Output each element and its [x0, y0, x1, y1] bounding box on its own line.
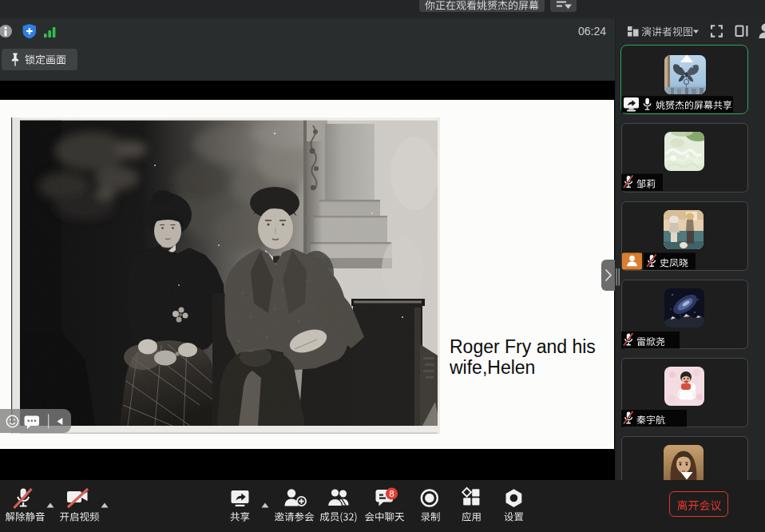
svg-text:8: 8: [389, 489, 394, 498]
